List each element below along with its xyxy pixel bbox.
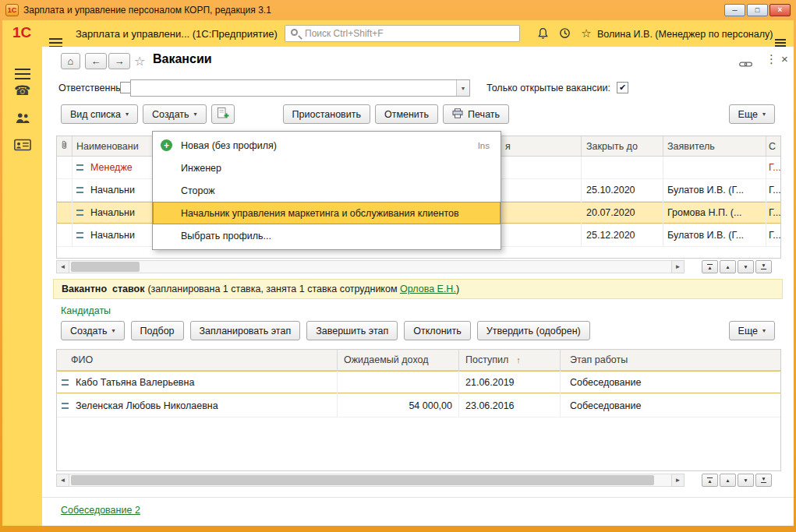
candidate-create-button[interactable]: Создать▾ [61,321,125,340]
stage-link[interactable]: Собеседование 2 [61,505,140,516]
minimize-button[interactable]: ─ [724,4,745,16]
service-menu-icon[interactable] [775,30,786,44]
app-caption: Зарплата и управлени... (1С:Предприятие) [76,28,278,40]
window-title: Зарплата и управление персоналом КОРП, р… [23,5,271,16]
stage-column-header[interactable]: Этап работы [561,350,780,370]
chevron-down-icon: ▾ [762,111,766,118]
close-form-icon[interactable]: × [781,52,788,65]
applicant-column-header[interactable]: Заявитель [663,136,766,156]
go-last-button[interactable]: ▼ [755,474,772,487]
go-last-button[interactable]: ▼ [755,260,772,273]
view-list-button[interactable]: Вид списка▾ [61,104,138,124]
forward-button[interactable]: → [108,53,130,69]
home-button[interactable]: ⌂ [61,53,80,69]
close-by-column-header[interactable]: Закрыть до [582,136,663,156]
fio-column-header[interactable]: ФИО [57,350,338,370]
responsible-combo[interactable]: ▼ [130,79,470,97]
candidates-more-button[interactable]: Еще▾ [729,321,775,340]
row-state-icon [76,164,83,171]
summary-bold: Вакантно ставок [62,284,144,294]
suspend-button[interactable]: Приостановить [283,104,370,124]
chevron-down-icon: ▾ [194,111,197,118]
go-previous-button[interactable]: ▲ [720,474,736,487]
scroll-thumb[interactable] [71,475,654,485]
received-column-header[interactable]: Поступил↑ [459,350,561,370]
print-button[interactable]: Печать [443,104,509,124]
employees-icon[interactable] [2,112,42,127]
open-date-column-header[interactable]: я [500,136,582,156]
chevron-down-icon: ▾ [762,327,766,334]
candidate-row[interactable]: Зеленская Любовь Николаевна 54 000,00 23… [57,394,780,417]
scroll-right-icon[interactable]: ► [671,474,685,487]
attachment-column-header[interactable] [57,136,73,156]
current-user[interactable]: Волина И.В. (Менеджер по персоналу) [597,29,773,40]
create-by-copy-button[interactable] [211,104,235,124]
summary-text-after: ) [456,284,459,294]
scroll-track[interactable] [69,260,671,273]
close-window-button[interactable]: × [769,4,791,16]
state-column-header[interactable]: С [766,136,780,156]
menu-item-choose-profile[interactable]: Выбрать профиль... [153,224,501,247]
back-button[interactable]: ← [85,53,107,69]
more-menu-icon[interactable]: ⋮ [766,52,777,66]
phone-icon[interactable]: ☎ [2,83,42,99]
combo-arrow-icon[interactable]: ▼ [456,80,469,96]
notifications-icon[interactable] [536,27,550,43]
vacancies-hscrollbar[interactable]: ◄ ► [56,260,685,273]
go-first-button[interactable]: ▲ [702,474,718,487]
menu-item-new-vacancy[interactable]: + Новая (без профиля) Ins [153,134,501,157]
scroll-left-icon[interactable]: ◄ [56,474,69,487]
menu-item-engineer[interactable]: Инженер [153,157,501,179]
favorite-star-icon[interactable]: ☆ [134,54,145,69]
app-header: 1С Зарплата и управлени... (1С:Предприят… [2,20,794,47]
go-next-button[interactable]: ▼ [738,260,754,273]
income-column-header[interactable]: Ожидаемый доход [338,350,459,370]
page-title: Вакансии [153,52,212,66]
vacancies-list-nav: ▲ ▲ ▼ ▼ [702,260,775,273]
favorites-icon[interactable]: ☆ [579,27,593,40]
scroll-right-icon[interactable]: ► [671,260,685,273]
menu-item-watchman[interactable]: Сторож [153,179,501,202]
go-next-button[interactable]: ▼ [738,474,754,487]
finish-stage-button[interactable]: Завершить этап [306,321,398,340]
maximize-button[interactable]: □ [747,4,768,16]
printer-icon [452,108,463,121]
candidates-table: ФИО Ожидаемый доход Поступил↑ Этап работ… [56,349,781,471]
window-titlebar: 1С Зарплата и управление персоналом КОРП… [0,0,796,20]
approve-button[interactable]: Утвердить (одобрен) [477,321,590,340]
copy-document-icon [217,107,229,122]
paperclip-icon [60,139,69,153]
sections-panel-icon[interactable] [2,59,42,73]
decline-button[interactable]: Отклонить [404,321,471,340]
selection-button[interactable]: Подбор [131,321,184,340]
scroll-track[interactable] [69,474,671,487]
search-input[interactable] [285,26,519,41]
candidates-hscrollbar[interactable]: ◄ ► [56,474,685,487]
scroll-left-icon[interactable]: ◄ [56,260,69,273]
main-menu-icon[interactable] [49,29,62,43]
row-state-icon [62,379,69,386]
scroll-thumb[interactable] [71,262,140,272]
create-button[interactable]: Создать▾ [143,104,207,124]
history-icon[interactable] [557,27,571,42]
cancel-vacancy-button[interactable]: Отменить [375,104,438,124]
only-open-checkbox[interactable]: ✔ [617,82,628,93]
vacancies-toolbar: Вид списка▾ Создать▾ Приостановить Отмен… [61,104,775,124]
go-first-button[interactable]: ▲ [702,260,718,273]
app-icon: 1С [5,4,19,16]
menu-shortcut: Ins [478,141,490,150]
more-button[interactable]: Еще▾ [729,104,775,124]
candidate-row-selected[interactable]: Кабо Татьяна Валерьевна 21.06.2019 Собес… [57,371,780,394]
id-card-icon[interactable] [2,139,42,154]
plan-stage-button[interactable]: Запланировать этап [190,321,301,340]
get-link-icon[interactable] [739,57,752,71]
summary-text: (запланирована 1 ставка, занята 1 ставка… [147,284,400,294]
tools-sidebar: ☎ [2,47,42,526]
chevron-down-icon: ▾ [112,327,115,334]
nav-up-icon: ▲ [725,265,730,270]
menu-item-marketing-head[interactable]: Начальник управления маркетинга и обслуж… [153,202,501,224]
chevron-down-icon: ▾ [126,111,129,118]
go-previous-button[interactable]: ▲ [720,260,736,273]
employee-link[interactable]: Орлова Е.Н. [400,284,456,294]
candidates-section-label: Кандидаты [61,305,111,316]
